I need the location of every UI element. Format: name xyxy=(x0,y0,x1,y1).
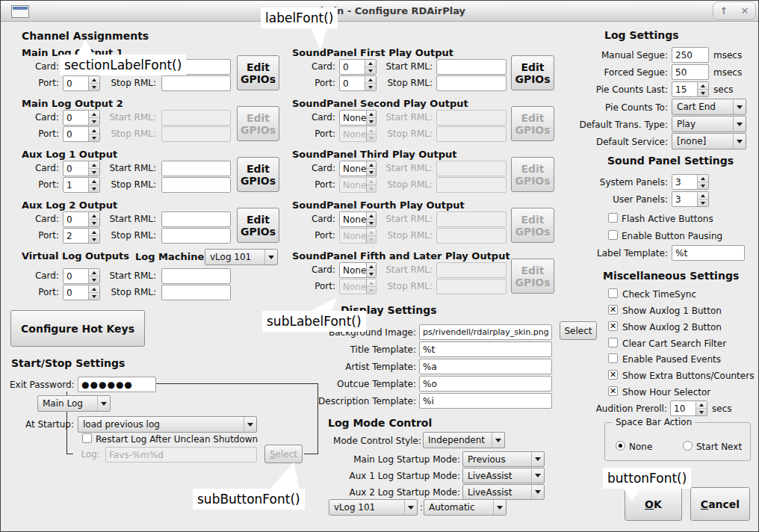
spinner-buttons[interactable] xyxy=(697,192,708,206)
user-panels-spinbox[interactable]: 3 xyxy=(672,191,709,207)
chevron-down-icon[interactable] xyxy=(531,485,544,499)
block-title: Aux Log 1 Output xyxy=(22,149,117,160)
log-mode-control-heading: Log Mode Control xyxy=(328,417,432,429)
startstop-log-machine-dropdown[interactable]: Main Log xyxy=(37,395,111,412)
edit-gpios-button[interactable]: EditGPIOs xyxy=(237,208,279,243)
stop-rml-input[interactable] xyxy=(436,75,506,91)
forced-segue-input[interactable] xyxy=(672,64,709,80)
mode-control-style-dropdown[interactable]: Independent xyxy=(423,432,505,448)
pie-counts-to-dropdown[interactable]: Cart End xyxy=(672,99,746,115)
start-rml-input[interactable] xyxy=(161,161,231,176)
at-startup-dropdown[interactable]: load previous log xyxy=(78,416,257,433)
sub-label-font-callout: subLabelFont() xyxy=(262,311,366,332)
stop-rml-label: Stop RML: xyxy=(365,179,433,190)
background-image-input[interactable] xyxy=(419,324,552,340)
spinner-buttons[interactable] xyxy=(696,401,707,415)
button-font-callout: buttonFont() xyxy=(603,468,691,489)
port-label: Port: xyxy=(298,230,335,241)
maximize-icon[interactable]: ↑ xyxy=(715,3,733,19)
spin-up-icon[interactable] xyxy=(698,82,708,89)
show-auxlog2-checkbox[interactable] xyxy=(608,321,618,331)
title-template-input[interactable] xyxy=(419,341,552,357)
artist-template-input[interactable] xyxy=(419,359,552,374)
stop-rml-input[interactable] xyxy=(161,285,231,300)
enable-paused-events-checkbox[interactable] xyxy=(608,353,618,363)
section-label-font-callout: sectionLabelFont() xyxy=(60,55,186,75)
stop-rml-input[interactable] xyxy=(161,75,231,91)
spin-up-icon[interactable] xyxy=(698,192,708,199)
start-rml-input[interactable] xyxy=(436,59,506,75)
enable-button-pausing-checkbox[interactable] xyxy=(608,230,618,240)
chevron-down-icon[interactable] xyxy=(97,396,110,411)
audition-preroll-spinbox[interactable]: 10 xyxy=(670,400,707,416)
chevron-down-icon[interactable] xyxy=(404,500,417,515)
aux1-startup-dropdown[interactable]: LiveAssist xyxy=(462,468,545,483)
description-template-input[interactable] xyxy=(419,393,552,409)
chevron-down-icon[interactable] xyxy=(244,417,256,432)
exit-password-input[interactable] xyxy=(78,377,156,392)
spin-up-icon[interactable] xyxy=(698,175,708,182)
cancel-button[interactable]: Cancel xyxy=(690,487,750,521)
spin-down-icon[interactable] xyxy=(698,182,708,189)
chevron-down-icon[interactable] xyxy=(264,250,277,265)
chevron-down-icon[interactable] xyxy=(733,117,746,132)
chevron-down-icon[interactable] xyxy=(733,99,746,114)
connector-line xyxy=(156,383,317,384)
flash-active-buttons-checkbox[interactable] xyxy=(608,213,618,223)
spin-down-icon[interactable] xyxy=(698,89,708,96)
stop-rml-input xyxy=(436,126,506,142)
chevron-down-icon[interactable] xyxy=(493,500,506,515)
system-panels-spinbox[interactable]: 3 xyxy=(672,174,709,190)
chevron-down-icon[interactable] xyxy=(531,452,544,466)
default-trans-type-dropdown[interactable]: Play xyxy=(672,116,746,132)
start-rml-input[interactable] xyxy=(161,268,231,284)
default-service-dropdown[interactable]: [none] xyxy=(672,133,746,149)
stop-rml-input[interactable] xyxy=(161,177,231,193)
start-rml-label: Start RML: xyxy=(89,270,156,281)
artist-template-label: Artist Template: xyxy=(315,362,416,372)
spin-up-icon[interactable] xyxy=(696,401,707,408)
background-image-select-button[interactable]: Select xyxy=(560,321,597,340)
show-hour-selector-checkbox[interactable] xyxy=(608,386,618,396)
log-machine-dropdown[interactable]: vLog 101 xyxy=(205,249,278,265)
aux2-startup-dropdown[interactable]: LiveAssist xyxy=(462,484,545,500)
vlog-mode-dropdown[interactable]: Automatic xyxy=(424,499,506,516)
pie-counts-last-spinbox[interactable]: 15 xyxy=(672,81,709,97)
spin-down-icon[interactable] xyxy=(696,408,707,415)
restart-log-checkbox[interactable] xyxy=(82,433,92,443)
label-template-input[interactable] xyxy=(672,245,745,261)
edit-gpios-button[interactable]: EditGPIOs xyxy=(511,55,554,90)
spinner-buttons[interactable] xyxy=(697,82,708,96)
vlog-machine-dropdown[interactable]: vLog 101 xyxy=(329,499,418,516)
outcue-template-input[interactable] xyxy=(419,376,552,392)
check-timesync-checkbox[interactable] xyxy=(608,288,618,298)
start-rml-label: Start RML: xyxy=(365,61,433,72)
titlebar[interactable]: RDAdmin - Configure RDAirPlay ↑ ✕ xyxy=(1,1,758,22)
audition-preroll-unit: secs xyxy=(712,403,731,414)
configure-hot-keys-button[interactable]: Configure Hot Keys xyxy=(10,310,145,347)
start-rml-label: Start RML: xyxy=(89,214,156,224)
edit-gpios-button[interactable]: EditGPIOs xyxy=(237,157,279,192)
user-panels-label: User Panels: xyxy=(569,194,668,205)
chevron-down-icon[interactable] xyxy=(531,468,544,483)
chevron-down-icon[interactable] xyxy=(492,433,504,448)
show-extra-buttons-checkbox[interactable] xyxy=(608,370,618,380)
stop-rml-input[interactable] xyxy=(161,228,231,244)
edit-gpios-button[interactable]: EditGPIOs xyxy=(237,55,279,90)
port-label: Port: xyxy=(22,287,59,297)
manual-segue-input[interactable] xyxy=(672,47,709,63)
space-bar-none-radio[interactable] xyxy=(616,441,625,451)
main-log-startup-dropdown[interactable]: Previous xyxy=(462,451,545,467)
port-label: Port: xyxy=(22,129,59,139)
chevron-down-icon[interactable] xyxy=(733,134,746,149)
show-auxlog1-checkbox[interactable] xyxy=(608,305,618,315)
space-bar-start-next-radio[interactable] xyxy=(683,441,693,451)
sub-button-font-callout: subButtonFont() xyxy=(193,489,305,510)
spinner-buttons[interactable] xyxy=(697,175,708,189)
close-icon[interactable]: ✕ xyxy=(736,3,754,19)
start-rml-input[interactable] xyxy=(161,211,231,227)
description-template-label: Description Template: xyxy=(315,396,416,406)
clear-cart-search-filter-checkbox[interactable] xyxy=(608,338,618,347)
outcue-template-label: Outcue Template: xyxy=(315,379,416,389)
spin-down-icon[interactable] xyxy=(698,199,708,206)
